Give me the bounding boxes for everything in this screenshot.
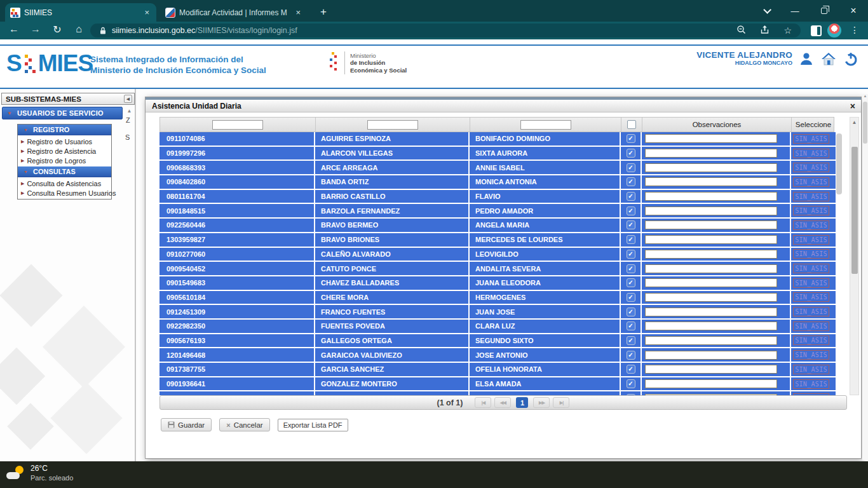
paginator-prev-icon[interactable]: ◀◀ bbox=[494, 397, 511, 408]
row-checkbox[interactable]: ✓ bbox=[627, 192, 635, 201]
row-checkbox[interactable]: ✓ bbox=[627, 250, 635, 259]
forward-icon[interactable]: → bbox=[28, 24, 43, 35]
dialog-scrollbar-thumb[interactable] bbox=[851, 147, 858, 274]
address-bar[interactable]: siimies.inclusion.gob.ec /SIIMIES/vistas… bbox=[90, 24, 801, 37]
menu-group-header[interactable]: ▼ REGISTRO bbox=[18, 125, 111, 135]
filter-nombres-input[interactable] bbox=[520, 120, 571, 130]
table-row[interactable]: 0922560446 BRAVO BERMEO ANGELA MARIA ✓ S… bbox=[159, 219, 836, 233]
sidebar-section-usuarios-de-servicio[interactable]: ▼ USUARIOS DE SERVICIO bbox=[2, 107, 123, 119]
logout-power-icon[interactable] bbox=[843, 51, 859, 67]
observaciones-input[interactable] bbox=[645, 308, 777, 316]
estado-select[interactable]: SIN_ASIS bbox=[793, 235, 829, 245]
estado-select[interactable]: SIN_ASIS bbox=[793, 220, 829, 230]
observaciones-input[interactable] bbox=[645, 250, 777, 259]
estado-select[interactable]: SIN_ASIS bbox=[793, 264, 829, 273]
tab-close-icon[interactable]: × bbox=[294, 8, 302, 17]
estado-select[interactable]: SIN_ASIS bbox=[793, 365, 829, 374]
back-icon[interactable]: ← bbox=[6, 24, 22, 35]
select-all-checkbox[interactable] bbox=[627, 120, 636, 129]
menu-group-header[interactable]: ▼ CONSULTAS bbox=[18, 166, 111, 177]
weather-widget[interactable]: 26°C Parc. soleado bbox=[6, 464, 73, 483]
observaciones-input[interactable] bbox=[645, 163, 777, 172]
observaciones-input[interactable] bbox=[645, 351, 777, 360]
row-checkbox[interactable]: ✓ bbox=[627, 149, 635, 158]
observaciones-input[interactable] bbox=[645, 264, 777, 273]
table-row[interactable]: 0919997296 ALARCON VILLEGAS SIXTA AURORA… bbox=[159, 147, 836, 161]
observaciones-input[interactable] bbox=[645, 379, 777, 388]
filter-cedula-input[interactable] bbox=[212, 120, 263, 130]
estado-select[interactable]: SIN_ASIS bbox=[793, 192, 829, 201]
table-row[interactable]: 0906868393 ARCE ARREAGA ANNIE ISABEL ✓ S… bbox=[159, 161, 836, 175]
row-checkbox[interactable]: ✓ bbox=[627, 293, 635, 302]
side-panel-icon[interactable] bbox=[811, 25, 822, 36]
observaciones-input[interactable] bbox=[645, 235, 777, 244]
paginator-last-icon[interactable]: ▶| bbox=[553, 397, 569, 408]
table-row[interactable]: 0905610184 CHERE MORA HERMOGENES ✓ SIN_A… bbox=[159, 291, 836, 306]
estado-select[interactable]: SIN_ASIS bbox=[793, 350, 829, 360]
share-icon[interactable] bbox=[760, 25, 770, 37]
table-row[interactable]: 0922982350 FUENTES POVEDA CLARA LUZ ✓ SI… bbox=[159, 320, 836, 334]
estado-select[interactable]: SIN_ASIS bbox=[793, 163, 829, 172]
table-row[interactable]: 0909540452 CATUTO PONCE ANDALITA SEVERA … bbox=[159, 262, 836, 276]
paginator-next-icon[interactable]: ▶▶ bbox=[533, 397, 550, 408]
observaciones-input[interactable] bbox=[645, 192, 777, 201]
sidebar-collapse-icon[interactable]: ◀ bbox=[124, 95, 132, 103]
observaciones-input[interactable] bbox=[645, 149, 777, 158]
profile-avatar[interactable] bbox=[827, 24, 841, 37]
tab-close-icon[interactable]: × bbox=[142, 8, 151, 17]
observaciones-input[interactable] bbox=[645, 293, 777, 302]
page-scrollbar-thumb[interactable] bbox=[863, 102, 867, 144]
row-checkbox[interactable]: ✓ bbox=[627, 264, 635, 273]
row-checkbox[interactable]: ✓ bbox=[627, 207, 635, 215]
row-checkbox[interactable]: ✓ bbox=[627, 379, 635, 388]
tab-modificar-actividad[interactable]: Modificar Actividad | Informes M × bbox=[160, 3, 308, 22]
menu-item[interactable]: ▶ Registro de Usuarios bbox=[18, 137, 111, 146]
row-checkbox[interactable]: ✓ bbox=[627, 336, 635, 345]
row-checkbox[interactable]: ✓ bbox=[627, 322, 635, 330]
table-row[interactable]: 0801161704 BARRIO CASTILLO FLAVIO ✓ SIN_… bbox=[159, 190, 836, 205]
table-row[interactable]: 0908402860 BANDA ORTIZ MONICA ANTONIA ✓ … bbox=[159, 175, 836, 190]
table-scrollbar-thumb[interactable] bbox=[836, 133, 842, 194]
user-profile-icon[interactable] bbox=[798, 51, 815, 67]
row-checkbox[interactable]: ✓ bbox=[627, 365, 635, 374]
menu-item[interactable]: ▶ Registro de Logros bbox=[18, 156, 111, 165]
scroll-up-icon[interactable]: ▲ bbox=[862, 94, 868, 98]
table-row[interactable]: 1303959827 BRAVO BRIONES MERCEDES DE LOU… bbox=[159, 233, 836, 248]
menu-item[interactable]: ▶ Consulta de Asistencias bbox=[18, 179, 111, 188]
table-row[interactable]: 1201496468 GARAICOA VALDIVIEZO JOSE ANTO… bbox=[159, 348, 836, 363]
restore-icon[interactable] bbox=[810, 6, 839, 16]
bookmark-star-icon[interactable]: ☆ bbox=[783, 25, 792, 36]
table-row[interactable]: 0901549683 CHAVEZ BALLADARES JUANA ELEOD… bbox=[159, 276, 836, 291]
estado-select[interactable]: SIN_ASIS bbox=[793, 249, 829, 259]
row-checkbox[interactable]: ✓ bbox=[627, 220, 635, 229]
paginator-page-1[interactable]: 1 bbox=[516, 397, 528, 408]
close-window-icon[interactable]: × bbox=[839, 5, 868, 17]
tab-siimies[interactable]: SIIMIES × bbox=[5, 3, 156, 22]
guardar-button[interactable]: Guardar bbox=[161, 418, 212, 431]
estado-select[interactable]: SIN_ASIS bbox=[793, 336, 829, 345]
observaciones-input[interactable] bbox=[645, 220, 777, 229]
menu-item[interactable]: ▶ Consulta Resumen Usuarios bbox=[18, 188, 111, 198]
zoom-out-icon[interactable] bbox=[736, 25, 746, 37]
row-checkbox[interactable]: ✓ bbox=[627, 134, 635, 143]
estado-select[interactable]: SIN_ASIS bbox=[793, 149, 829, 158]
estado-select[interactable]: SIN_ASIS bbox=[793, 379, 829, 389]
home-icon[interactable]: ⌂ bbox=[71, 24, 86, 35]
browser-menu-icon[interactable]: ⋮ bbox=[850, 25, 859, 35]
table-row[interactable]: 0901936641 GONZALEZ MONTERO ELSA AMADA ✓… bbox=[159, 377, 836, 392]
row-checkbox[interactable]: ✓ bbox=[627, 278, 635, 287]
scroll-up-icon[interactable]: ▲ bbox=[125, 107, 133, 115]
row-checkbox[interactable]: ✓ bbox=[627, 351, 635, 360]
observaciones-input[interactable] bbox=[645, 278, 777, 287]
minimize-icon[interactable]: — bbox=[780, 6, 810, 16]
observaciones-input[interactable] bbox=[645, 177, 777, 186]
tab-search-icon[interactable] bbox=[751, 6, 780, 16]
observaciones-input[interactable] bbox=[645, 336, 777, 345]
table-row[interactable]: 0911074086 AGUIRRE ESPINOZA BONIFACIO DO… bbox=[159, 132, 836, 147]
estado-select[interactable]: SIN_ASIS bbox=[793, 206, 829, 215]
scroll-up-icon[interactable]: ▲ bbox=[850, 118, 858, 126]
estado-select[interactable]: SIN_ASIS bbox=[793, 177, 829, 187]
home-button-icon[interactable] bbox=[820, 51, 837, 67]
observaciones-input[interactable] bbox=[645, 365, 777, 374]
table-row[interactable]: 0917387755 GARCIA SANCHEZ OFELIA HONORAT… bbox=[159, 363, 836, 377]
